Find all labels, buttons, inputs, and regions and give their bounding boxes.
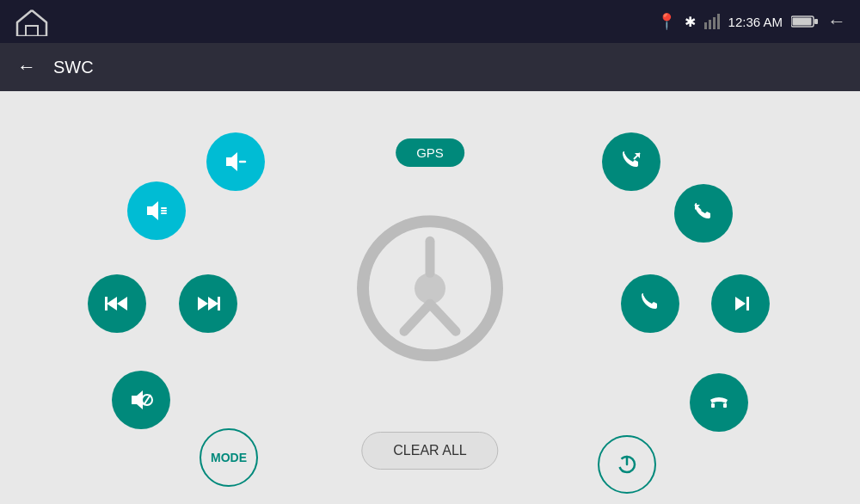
battery-icon <box>791 15 819 28</box>
svg-rect-3 <box>713 17 716 29</box>
signal-icon <box>704 14 720 29</box>
svg-rect-22 <box>218 297 220 310</box>
nav-title: SWC <box>53 58 94 77</box>
svg-marker-17 <box>107 297 117 310</box>
nav-back-button[interactable]: ← <box>17 56 36 78</box>
home-icon[interactable] <box>14 7 50 36</box>
mode-label: MODE <box>211 451 247 464</box>
svg-marker-29 <box>735 297 746 310</box>
nav-bar: ← SWC <box>0 43 860 91</box>
time-display: 12:36 AM <box>728 15 783 29</box>
gps-button[interactable]: GPS <box>396 138 464 167</box>
svg-marker-18 <box>117 297 127 310</box>
status-bar: 📍 ✱ 12:36 AM ← <box>0 0 860 43</box>
back-nav-icon[interactable]: ← <box>827 10 846 33</box>
phone-call-button[interactable] <box>621 274 679 333</box>
main-content: GPS <box>0 91 860 504</box>
status-bar-right: 📍 ✱ 12:36 AM ← <box>657 10 846 33</box>
svg-rect-31 <box>711 403 715 408</box>
svg-line-12 <box>430 304 456 331</box>
power-button[interactable] <box>598 435 656 494</box>
svg-line-11 <box>404 304 430 331</box>
status-bar-left <box>14 7 50 36</box>
svg-rect-30 <box>746 297 749 310</box>
svg-rect-7 <box>814 19 818 24</box>
svg-rect-1 <box>704 22 707 29</box>
gps-label: GPS <box>416 145 444 160</box>
prev-track-button[interactable] <box>88 274 146 333</box>
clear-all-label: CLEAR ALL <box>393 443 466 458</box>
play-pause-button[interactable] <box>711 274 770 333</box>
mode-button[interactable]: MODE <box>200 428 258 487</box>
svg-rect-4 <box>717 14 720 29</box>
svg-rect-32 <box>723 403 727 408</box>
location-icon: 📍 <box>657 12 676 31</box>
call-next-button[interactable] <box>674 184 733 243</box>
steering-wheel <box>357 215 503 365</box>
phone-hang-button[interactable] <box>690 373 748 432</box>
svg-rect-6 <box>793 18 812 26</box>
svg-rect-2 <box>709 20 711 29</box>
volume-up-button[interactable] <box>127 181 186 240</box>
volume-down-button[interactable] <box>206 132 265 191</box>
next-track-button[interactable] <box>179 274 237 333</box>
svg-rect-0 <box>26 26 38 36</box>
svg-rect-19 <box>105 297 108 310</box>
clear-all-button[interactable]: CLEAR ALL <box>361 432 498 470</box>
svg-marker-21 <box>208 297 218 310</box>
svg-marker-20 <box>198 297 208 310</box>
mute-button[interactable] <box>112 371 170 429</box>
call-prev-button[interactable] <box>602 132 660 191</box>
bluetooth-icon: ✱ <box>685 14 696 30</box>
